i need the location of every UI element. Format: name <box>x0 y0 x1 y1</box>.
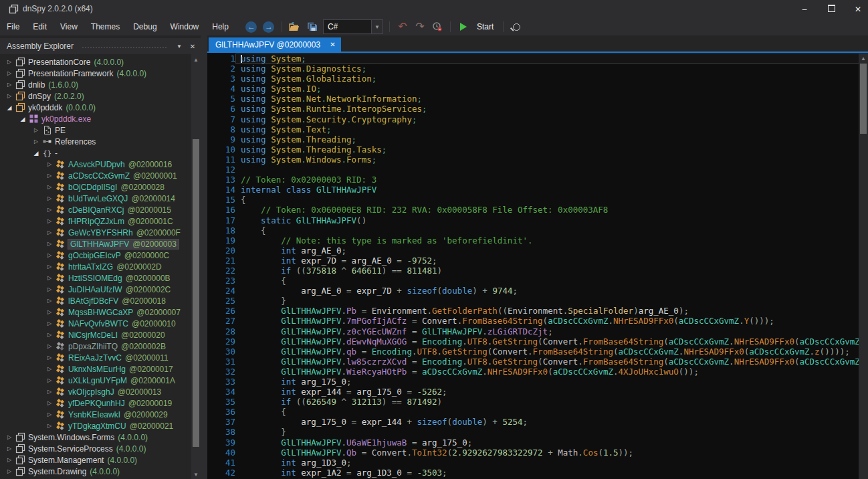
tree-item-nicsjrmcdeli[interactable]: ▷NiCsjrMcDeLI@02000020 <box>0 329 191 341</box>
expander-collapsed-icon[interactable]: ▷ <box>31 127 41 133</box>
expander-collapsed-icon[interactable]: ▷ <box>44 377 55 383</box>
open-file-icon[interactable] <box>288 20 302 33</box>
scroll-up-icon[interactable]: ▲ <box>191 56 201 64</box>
tree-item-judihaaufziw[interactable]: ▷JuDIHAaUfzIW@0200002C <box>0 284 191 295</box>
tree-item-uknxnsmeurhg[interactable]: ▷UknxNsMEurHg@02000017 <box>0 363 191 375</box>
tree-item-acdscccxgvmz[interactable]: ▷aCDscCCxGvmZ@02000001 <box>0 170 191 181</box>
expander-collapsed-icon[interactable]: ▷ <box>44 207 55 213</box>
save-all-icon[interactable] <box>306 20 319 33</box>
tree-item-presentationcore[interactable]: ▷PresentationCore(4.0.0.0) <box>0 56 191 68</box>
menu-window[interactable]: Window <box>164 18 206 35</box>
expander-collapsed-icon[interactable]: ▷ <box>44 423 55 429</box>
tree-item-dnspy[interactable]: ▷dnSpy(2.0.2.0) <box>0 90 191 102</box>
tree-item-presentationframework[interactable]: ▷PresentationFramework(4.0.0.0) <box>0 68 191 79</box>
tree-item-yk0pdddk-exe[interactable]: ◢yk0pdddk.exe <box>0 113 191 124</box>
tree-item-system-serviceprocess[interactable]: ▷System.ServiceProcess(4.0.0.0) <box>0 443 191 454</box>
forward-icon[interactable]: → <box>262 20 276 33</box>
editor-scrollbar[interactable]: ▲ <box>859 53 868 479</box>
expander-collapsed-icon[interactable]: ▷ <box>44 184 55 190</box>
start-play-icon[interactable] <box>457 20 470 33</box>
expander-collapsed-icon[interactable]: ▷ <box>44 252 55 258</box>
tree-item-reixaajztvvc[interactable]: ▷REixAaJzTvvC@02000011 <box>0 352 191 363</box>
expander-collapsed-icon[interactable]: ▷ <box>4 82 15 88</box>
expander-collapsed-icon[interactable]: ▷ <box>44 173 55 179</box>
tree-item-hztissiomedg[interactable]: ▷HztiSSIOMEdg@0200000B <box>0 272 191 284</box>
expander-collapsed-icon[interactable]: ▷ <box>44 389 55 395</box>
search-icon[interactable] <box>510 20 523 33</box>
menu-help[interactable]: Help <box>205 18 235 35</box>
expander-collapsed-icon[interactable]: ▷ <box>44 286 55 292</box>
assembly-tree[interactable]: ▷PresentationCore(4.0.0.0)▷PresentationF… <box>0 54 191 479</box>
undo-icon[interactable]: ↶ <box>396 20 409 33</box>
start-button[interactable]: Start <box>477 22 494 31</box>
tree-scrollbar[interactable]: ▲ ▼ <box>191 54 201 479</box>
tree-item-gewcybyfshrh[interactable]: ▷GeWcYBYFSHRh@0200000F <box>0 227 191 238</box>
tree-item-system-management[interactable]: ▷System.Management(4.0.0.0) <box>0 454 191 466</box>
panel-menu-chevron-icon[interactable]: ▼ <box>174 43 185 50</box>
code-view[interactable]: 1using System;2using System.Diagnostics;… <box>207 53 868 479</box>
expander-collapsed-icon[interactable]: ▷ <box>4 93 15 99</box>
expander-collapsed-icon[interactable]: ▷ <box>44 264 55 270</box>
tree-scroll-thumb[interactable] <box>193 139 199 447</box>
expander-collapsed-icon[interactable]: ▷ <box>44 195 55 201</box>
tree-item-bojcddpilsgi[interactable]: ▷bOjCDdpIlSgI@02000028 <box>0 181 191 193</box>
scroll-down-icon[interactable]: ▼ <box>191 470 201 479</box>
expander-expanded-icon[interactable]: ◢ <box>31 150 41 157</box>
expander-collapsed-icon[interactable]: ▷ <box>44 161 55 167</box>
language-combo[interactable]: C# ▼ <box>323 19 383 34</box>
expander-collapsed-icon[interactable]: ▷ <box>44 332 55 338</box>
expander-collapsed-icon[interactable]: ▷ <box>44 275 55 281</box>
expander-collapsed-icon[interactable]: ▷ <box>4 468 15 474</box>
tree-item-yfdepkqunhhj[interactable]: ▷yfDePKQunhHJ@02000019 <box>0 397 191 409</box>
expander-collapsed-icon[interactable]: ▷ <box>4 446 15 452</box>
menu-file[interactable]: File <box>0 18 26 35</box>
expander-collapsed-icon[interactable]: ▷ <box>44 411 55 417</box>
menu-themes[interactable]: Themes <box>84 18 126 35</box>
tree-item-cdebiqanrxcj[interactable]: ▷cDeBIQanRXCj@02000015 <box>0 204 191 215</box>
expander-collapsed-icon[interactable]: ▷ <box>4 70 15 76</box>
tree-item-budtwvlegxqj[interactable]: ▷bUdTwvLeGXQJ@02000014 <box>0 193 191 204</box>
expander-collapsed-icon[interactable]: ▷ <box>44 229 55 235</box>
tree-item-uxlklgnuyfpm[interactable]: ▷uXLkLgnUYFpM@0200001A <box>0 375 191 386</box>
menu-debug[interactable]: Debug <box>126 18 163 35</box>
expander-collapsed-icon[interactable]: ▷ <box>44 320 55 326</box>
expander-collapsed-icon[interactable]: ▷ <box>44 343 55 349</box>
tree-item-aasvckpudpvh[interactable]: ▷AAsvckPUDpvh@02000016 <box>0 159 191 170</box>
expander-collapsed-icon[interactable]: ▷ <box>4 434 15 440</box>
panel-close-icon[interactable]: ✕ <box>187 43 198 50</box>
tree-item-gocbipgeicvp[interactable]: ▷gOcbipGEIcvP@0200000C <box>0 250 191 261</box>
tree-item-yk0pdddk[interactable]: ◢yk0pdddk(0.0.0.0) <box>0 102 191 113</box>
combo-dropdown-icon[interactable]: ▼ <box>371 20 383 33</box>
tree-item-ysnbkeieawki[interactable]: ▷YsnbKEIeawkI@02000029 <box>0 409 191 420</box>
minimize-button[interactable]: – <box>800 5 809 14</box>
expander-collapsed-icon[interactable]: ▷ <box>4 59 15 65</box>
tree-item-vkoijcpisghj[interactable]: ▷vkOIjcpIsghJ@02000013 <box>0 386 191 397</box>
tree-item-pe[interactable]: ▷PE <box>0 124 191 136</box>
redo-icon[interactable]: ↷ <box>413 20 427 33</box>
close-button[interactable]: ✕ <box>853 5 863 14</box>
tree-item-htrltaatxizg[interactable]: ▷htrltaATxIZG@0200002D <box>0 261 191 272</box>
expander-collapsed-icon[interactable]: ▷ <box>44 241 55 247</box>
tree-item-gllthhawjpfv[interactable]: ▷GlLTHHAwJPFV@02000003 <box>0 238 191 250</box>
tree-item-mqssbhwgcaxp[interactable]: ▷MqssBHWGCaXP@02000007 <box>0 306 191 318</box>
tree-item-references[interactable]: ▷References <box>0 136 191 147</box>
editor-scroll-thumb[interactable] <box>860 64 867 134</box>
menu-edit[interactable]: Edit <box>26 18 53 35</box>
menu-view[interactable]: View <box>53 18 84 35</box>
expander-collapsed-icon[interactable]: ▷ <box>44 309 55 315</box>
tree-item-ytdgkagxtmcu[interactable]: ▷yTDgkagXtmCU@02000021 <box>0 420 191 432</box>
tree-item-fhpripqzjxlm[interactable]: ▷fHPRIpQZJxLm@0200001C <box>0 215 191 227</box>
expander-expanded-icon[interactable]: ◢ <box>17 116 28 122</box>
tree-item-lbatgjfdbcfv[interactable]: ▷lBAtGjfDBcFV@02000018 <box>0 295 191 306</box>
scroll-up-icon[interactable]: ▲ <box>859 54 868 63</box>
tab-close-icon[interactable]: ✕ <box>330 41 335 48</box>
expander-collapsed-icon[interactable]: ▷ <box>44 366 55 372</box>
tree-item-system-windows-forms[interactable]: ▷System.Windows.Forms(4.0.0.0) <box>0 432 191 443</box>
expander-collapsed-icon[interactable]: ▷ <box>44 218 55 224</box>
expander-collapsed-icon[interactable]: ▷ <box>44 298 55 304</box>
expander-collapsed-icon[interactable]: ▷ <box>4 457 15 463</box>
tab-decompiled-type[interactable]: GlLTHHAwJPFV @02000003 ✕ <box>209 37 341 52</box>
tree-item-nafvqvfvbwtc[interactable]: ▷NAFvQvfvBWTC@02000010 <box>0 318 191 329</box>
maximize-button[interactable] <box>827 5 836 14</box>
panel-grip[interactable] <box>82 46 167 50</box>
